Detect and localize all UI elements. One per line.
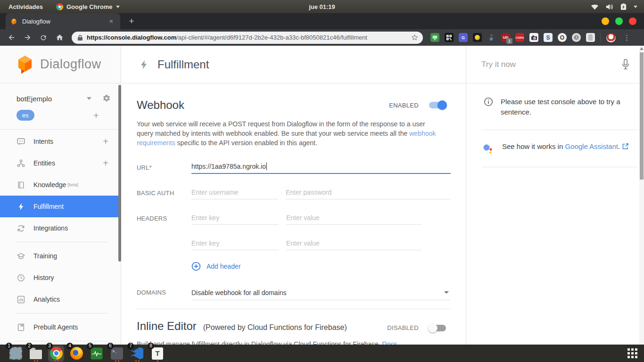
docs-link[interactable]: Docs xyxy=(382,340,397,345)
tab-title: Dialogflow xyxy=(22,18,102,25)
browser-menu-icon[interactable]: ⋮ xyxy=(621,33,633,42)
basic-auth-row: BASIC AUTH xyxy=(137,185,451,199)
add-language-button[interactable]: + xyxy=(93,111,99,120)
sidebar-item-prebuilt-agents[interactable]: Prebuilt Agents xyxy=(0,316,121,338)
header-value-input-1[interactable] xyxy=(286,211,421,225)
taskbar-item-terminal[interactable]: 6 >_ xyxy=(109,346,125,362)
screenshare-extension-icon[interactable] xyxy=(430,33,439,42)
taskbar-badge: 3 xyxy=(46,343,53,349)
bolt-icon xyxy=(17,203,25,211)
o-extension-icon[interactable]: O xyxy=(558,33,567,42)
domains-row: DOMAINS Disable webhook for all domains xyxy=(137,285,451,300)
clock-extension-icon[interactable] xyxy=(572,33,581,42)
username-input[interactable] xyxy=(191,185,278,199)
inline-editor-subtitle: (Powered by Cloud Functions for Firebase… xyxy=(203,323,347,332)
google-assistant-link[interactable]: Google Assistant xyxy=(565,142,618,150)
sidebar: Dialogflow botEjemplo es + Intents + Ent… xyxy=(0,46,121,345)
header-key-input-2[interactable] xyxy=(191,236,279,250)
add-entity-button[interactable]: + xyxy=(103,158,108,169)
header-value-input-2[interactable] xyxy=(286,236,421,250)
tab-close-icon[interactable]: × xyxy=(107,17,116,25)
sidebar-item-intents[interactable]: Intents + xyxy=(0,131,121,152)
taskbar-badge: 1 xyxy=(6,343,12,349)
sidebar-item-knowledge[interactable]: Knowledge [beta] xyxy=(0,174,121,196)
taskbar-item-files[interactable]: 2 xyxy=(28,346,44,362)
forward-button[interactable] xyxy=(21,31,34,44)
agent-settings-gear-icon[interactable] xyxy=(102,94,111,103)
system-tray[interactable] xyxy=(591,3,644,10)
scroll-up-arrow-icon[interactable] xyxy=(640,47,644,50)
minimize-button[interactable] xyxy=(602,17,609,25)
wifi-icon xyxy=(591,4,599,10)
assistant-text-suffix: . xyxy=(618,142,620,150)
sidebar-item-integrations[interactable]: Integrations xyxy=(0,217,121,239)
url-row: URL* https://1aa9785a.ngrok.io xyxy=(137,160,451,174)
webhook-url-input[interactable]: https://1aa9785a.ngrok.io xyxy=(191,160,451,174)
back-button[interactable] xyxy=(5,31,18,44)
home-button[interactable] xyxy=(53,31,66,44)
beta-badge: [beta] xyxy=(67,182,78,187)
dialogflow-console: Dialogflow botEjemplo es + Intents + Ent… xyxy=(0,46,644,345)
language-badge-es[interactable]: es xyxy=(17,110,34,121)
add-intent-button[interactable]: + xyxy=(103,136,108,147)
agent-name: botEjemplo xyxy=(17,95,87,103)
external-link-icon[interactable] xyxy=(622,143,629,150)
sidebar-item-fulfillment[interactable]: Fulfillment xyxy=(0,196,121,217)
qr-extension-icon[interactable] xyxy=(445,33,454,42)
translate-extension-icon[interactable]: G xyxy=(459,33,468,42)
taskbar-item-text-editor[interactable]: 8 T xyxy=(149,346,165,362)
try-it-now-input[interactable] xyxy=(481,60,620,69)
page-scrollbar[interactable] xyxy=(639,46,644,345)
webhook-toggle[interactable] xyxy=(429,102,446,108)
page-extension-icon[interactable] xyxy=(586,33,595,42)
taskbar: 1 2 3 4 5 6 >_ 7 8 T xyxy=(0,345,644,362)
text-editor-icon: T xyxy=(152,347,163,360)
sidebar-item-label: Integrations xyxy=(33,224,68,232)
add-header-button[interactable]: Add header xyxy=(191,262,451,271)
section-divider xyxy=(137,309,451,309)
agent-selector[interactable]: botEjemplo xyxy=(0,83,121,103)
bookmark-star-icon[interactable] xyxy=(411,34,418,41)
inline-editor-toggle[interactable] xyxy=(429,325,446,331)
dialogflow-logo[interactable]: Dialogflow xyxy=(0,46,121,83)
header-key-input-1[interactable] xyxy=(191,211,279,225)
dialogflow-logo-text: Dialogflow xyxy=(40,57,101,72)
show-applications-button[interactable] xyxy=(627,348,637,358)
sidebar-item-training[interactable]: Training xyxy=(0,245,121,267)
add-circle-icon xyxy=(191,262,201,271)
java-extension-icon[interactable] xyxy=(487,33,496,42)
camera-extension-icon[interactable] xyxy=(529,33,538,42)
taskbar-item-firefox[interactable]: 4 xyxy=(68,346,84,362)
new-tab-button[interactable]: + xyxy=(126,16,137,27)
profile-avatar[interactable] xyxy=(606,33,616,43)
activities-button[interactable]: Actividades xyxy=(0,0,51,13)
info-icon xyxy=(484,97,493,107)
s-extension-icon[interactable]: S xyxy=(544,33,553,42)
microphone-icon[interactable] xyxy=(620,58,631,71)
sidebar-item-entities[interactable]: Entities + xyxy=(0,152,121,174)
maximize-button[interactable] xyxy=(615,17,623,25)
ud-extension-icon[interactable]: UD1 xyxy=(501,33,510,42)
taskbar-badge: 2 xyxy=(26,343,33,349)
close-button[interactable] xyxy=(629,17,636,25)
password-input[interactable] xyxy=(286,185,451,199)
cors-extension-icon[interactable]: CORS xyxy=(515,33,524,42)
dot-extension-icon[interactable] xyxy=(473,33,482,42)
reload-button[interactable] xyxy=(37,31,50,44)
text-cursor xyxy=(266,163,267,170)
app-menu[interactable]: Google Chrome xyxy=(51,3,124,10)
assistant-text: See how it works in Google Assistant. xyxy=(502,142,629,150)
taskbar-item-system-monitor[interactable]: 5 xyxy=(89,346,105,362)
taskbar-item-screen-tool[interactable]: 1 xyxy=(8,346,24,362)
taskbar-item-vscode[interactable]: 7 xyxy=(129,346,145,362)
url-bar[interactable]: https://console.dialogflow.com/api-clien… xyxy=(72,32,423,44)
scrollbar-thumb[interactable] xyxy=(640,52,644,180)
sidebar-scrollbar[interactable] xyxy=(118,85,121,262)
headers-row-2 xyxy=(137,236,451,250)
domains-select[interactable]: Disable webhook for all domains xyxy=(191,285,451,300)
taskbar-item-chrome[interactable]: 3 xyxy=(48,346,64,362)
sidebar-item-analytics[interactable]: Analytics xyxy=(0,288,121,310)
sidebar-item-history[interactable]: History xyxy=(0,267,121,288)
running-dots xyxy=(109,360,125,362)
tab-dialogflow[interactable]: Dialogflow × xyxy=(6,13,120,29)
